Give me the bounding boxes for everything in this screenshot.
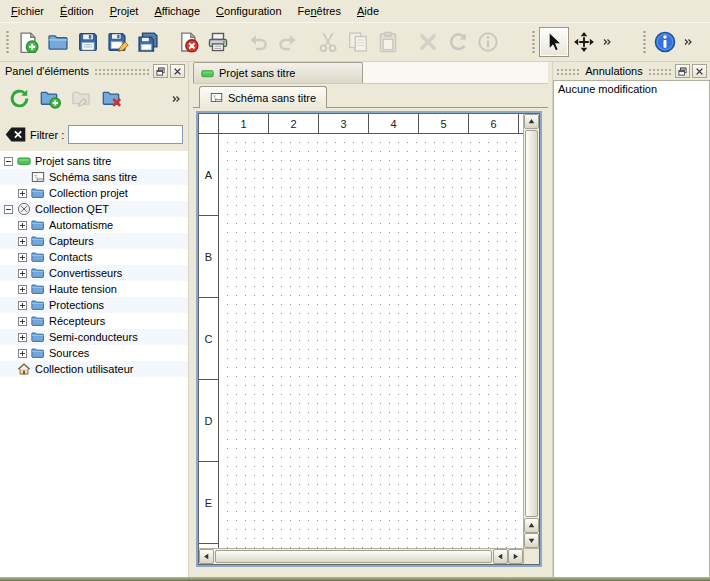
undo-panel-float-button[interactable]: [675, 64, 690, 78]
elements-panel-float-button[interactable]: [153, 64, 168, 78]
arrow-up-icon: [528, 118, 535, 125]
expand-icon[interactable]: [18, 285, 27, 294]
project-icon: [201, 67, 214, 80]
undo-panel-close-button[interactable]: [692, 64, 707, 78]
toolbar-grip[interactable]: [4, 29, 9, 55]
tree-item-recepteurs[interactable]: Récepteurs: [0, 313, 188, 329]
menu-item-affichage[interactable]: Affichage: [146, 2, 208, 21]
v-scroll-arrow-down-button[interactable]: [524, 533, 539, 548]
rotate-button[interactable]: [443, 27, 473, 57]
elements-panel-grip[interactable]: [94, 67, 150, 75]
tree-item-protections[interactable]: Protections: [0, 297, 188, 313]
project-tab[interactable]: Projet sans titre: [193, 62, 363, 83]
conductor-info-button[interactable]: [473, 27, 503, 57]
expand-icon[interactable]: [18, 269, 27, 278]
expand-icon[interactable]: [18, 333, 27, 342]
expand-icon[interactable]: [18, 253, 27, 262]
collapse-icon[interactable]: [4, 157, 13, 166]
pan-mode-button[interactable]: [569, 27, 599, 57]
expand-icon[interactable]: [18, 317, 27, 326]
cut-button[interactable]: [313, 27, 343, 57]
panel-overflow-button[interactable]: [169, 85, 183, 113]
collapse-icon[interactable]: [4, 205, 13, 214]
save-as-button[interactable]: [103, 27, 133, 57]
vertical-scrollbar[interactable]: [523, 114, 539, 548]
h-scroll-arrow-left-button[interactable]: [199, 549, 214, 564]
undo-panel-grip[interactable]: [648, 67, 672, 75]
column-header-1: 1: [219, 114, 269, 133]
tree-item-collection-projet[interactable]: Collection projet: [0, 185, 188, 201]
diagram-canvas[interactable]: [220, 135, 523, 548]
copy-button[interactable]: [343, 27, 373, 57]
new-button[interactable]: [13, 27, 43, 57]
schema-tab[interactable]: Schéma sans titre: [199, 86, 327, 108]
expand-icon[interactable]: [18, 349, 27, 358]
tree-item-collection-utilisateur[interactable]: Collection utilisateur: [0, 361, 188, 377]
delete-button[interactable]: [413, 27, 443, 57]
undo-history-item[interactable]: Aucune modification: [554, 81, 709, 97]
horizontal-scrollbar[interactable]: [199, 548, 523, 564]
about-button[interactable]: [650, 27, 680, 57]
toolbar-grip[interactable]: [641, 29, 646, 55]
tree-item-haute-tension[interactable]: Haute tension: [0, 281, 188, 297]
tree-item-collection-qet[interactable]: Collection QET: [0, 201, 188, 217]
expand-icon[interactable]: [18, 237, 27, 246]
edit-element-button[interactable]: [67, 85, 95, 113]
reload-collections-button[interactable]: [5, 85, 33, 113]
undo-panel-titlebar: Annulations: [553, 62, 710, 80]
toolbar-group: [173, 27, 233, 57]
print-button[interactable]: [203, 27, 233, 57]
tree-item-capteurs[interactable]: Capteurs: [0, 233, 188, 249]
selection-mode-button[interactable]: [539, 27, 569, 57]
toolbar-grip[interactable]: [530, 29, 535, 55]
schema-tab-label: Schéma sans titre: [228, 92, 316, 104]
folder-icon: [31, 234, 45, 248]
undo-button[interactable]: [243, 27, 273, 57]
qelectrotech-window: FichierÉditionProjetAffichageConfigurati…: [0, 0, 710, 581]
arrow-up-icon: [528, 522, 535, 529]
toolbar-group: [313, 27, 403, 57]
h-scroll-arrow-right-button[interactable]: [508, 549, 523, 564]
row-header-b: B: [199, 216, 218, 298]
close-file-button[interactable]: [173, 27, 203, 57]
expand-icon[interactable]: [18, 189, 27, 198]
menu-item-projet[interactable]: Projet: [102, 2, 147, 21]
elements-panel-close-button[interactable]: [170, 64, 185, 78]
tree-item-projet-sans-titre[interactable]: Projet sans titre: [0, 153, 188, 169]
tree-item-semi-conducteurs[interactable]: Semi-conducteurs: [0, 329, 188, 345]
clear-filter-button[interactable]: [5, 127, 26, 142]
menu-item-configuration[interactable]: Configuration: [208, 2, 289, 21]
tree-item-convertisseurs[interactable]: Convertisseurs: [0, 265, 188, 281]
redo-button[interactable]: [273, 27, 303, 57]
menu-item-fichier[interactable]: Fichier: [3, 2, 52, 21]
tree-item-contacts[interactable]: Contacts: [0, 249, 188, 265]
view-toolbar-overflow-button[interactable]: [599, 27, 614, 57]
open-button[interactable]: [43, 27, 73, 57]
save-icon: [77, 31, 99, 53]
menu-item-edition[interactable]: Édition: [52, 2, 102, 21]
horizontal-scroll-thumb[interactable]: [215, 550, 492, 563]
tree-item-automatisme[interactable]: Automatisme: [0, 217, 188, 233]
h-scroll-arrow-left-button[interactable]: [493, 549, 508, 564]
save-button[interactable]: [73, 27, 103, 57]
help-toolbar-overflow-button[interactable]: [680, 27, 695, 57]
new-element-button[interactable]: [36, 85, 64, 113]
save-all-button[interactable]: [133, 27, 163, 57]
paste-button[interactable]: [373, 27, 403, 57]
expand-icon[interactable]: [18, 221, 27, 230]
v-scroll-arrow-up-button[interactable]: [524, 518, 539, 533]
file-toolbar: [3, 24, 513, 60]
expand-icon[interactable]: [18, 301, 27, 310]
tree-item-schema-sans-titre[interactable]: Schéma sans titre: [0, 169, 188, 185]
menu-item-aide[interactable]: Aide: [349, 2, 387, 21]
v-scroll-arrow-up-button[interactable]: [524, 114, 539, 129]
folder-icon: [31, 218, 45, 232]
menu-item-fenetres[interactable]: Fenêtres: [290, 2, 349, 21]
vertical-scroll-thumb[interactable]: [525, 130, 538, 517]
delete-element-button[interactable]: [98, 85, 126, 113]
filter-input[interactable]: [68, 125, 183, 144]
undo-panel-grip[interactable]: [556, 67, 580, 75]
tree-item-sources[interactable]: Sources: [0, 345, 188, 361]
folder-icon: [31, 346, 45, 360]
folder-icon: [31, 282, 45, 296]
